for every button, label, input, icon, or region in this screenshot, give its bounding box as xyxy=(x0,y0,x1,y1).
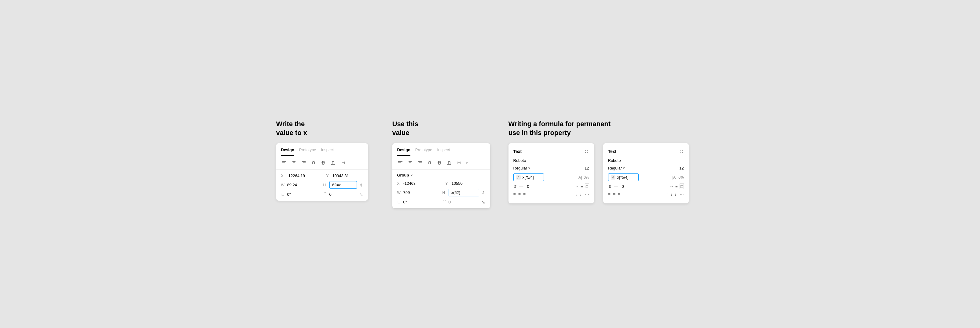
font-name-4: Roboto xyxy=(608,158,684,163)
align-left-icon[interactable] xyxy=(281,160,287,166)
letter-spacing-icon-4: |A| xyxy=(672,175,676,179)
chevron-icon-2[interactable]: ∨ xyxy=(466,161,468,165)
align-center-icon[interactable] xyxy=(291,160,297,166)
w-label-1: W xyxy=(281,183,285,187)
align-right-icon-2[interactable] xyxy=(417,160,423,166)
font-name-3: Roboto xyxy=(513,158,589,163)
text-field-row-4: Ā x[*5/4] |A| 0% xyxy=(608,173,684,181)
tab-bar-1: Design Prototype Inspect xyxy=(276,143,368,156)
align-top-icon-2[interactable] xyxy=(426,160,433,166)
text-align-right-icon-3[interactable]: ≡ xyxy=(523,192,526,196)
text-panels-container: Text :: Roboto Regular ∨ 12 Ā x[*5/4] |… xyxy=(509,143,704,203)
distribute-icon[interactable] xyxy=(340,160,346,166)
angle-value-1: 0° xyxy=(287,192,315,196)
align-middle-icon-2[interactable] xyxy=(436,160,442,166)
letter-spacing-value-3: 0% xyxy=(584,175,589,179)
group-chevron[interactable]: ∨ xyxy=(410,173,412,177)
valign-bottom-icon-4[interactable]: ↓ xyxy=(675,192,676,196)
text-field-row-3: Ā x[*5/4] |A| 0% xyxy=(513,173,589,181)
align-justify-icon-4: ≡ xyxy=(675,184,678,189)
w-value-2: 799 xyxy=(403,190,437,195)
xy-row-2: X -12468 Y 10550 xyxy=(397,181,485,186)
y-label-1: Y xyxy=(326,174,330,178)
text-field-right-4: |A| 0% xyxy=(672,175,684,179)
align-row-3: ≡ ≡ ≡ ↑ ↕ ↓ ⋯ xyxy=(513,192,589,196)
text-panel-3: Text :: Roboto Regular ∨ 12 Ā x[*5/4] |… xyxy=(509,143,594,203)
angle-value-2: 0° xyxy=(403,200,434,204)
text-input-box-4[interactable]: Ā x[*5/4] xyxy=(608,173,639,181)
x-value-1: -12264.19 xyxy=(287,173,318,178)
y-value-2: 10550 xyxy=(452,181,485,186)
y-value-1: 10943.31 xyxy=(332,173,363,178)
h-label-1: H xyxy=(323,183,327,187)
font-style-4[interactable]: Regular ∨ xyxy=(608,166,625,170)
align-left-icon-2[interactable] xyxy=(397,160,403,166)
section-formula: Writing a formula for permanentuse in th… xyxy=(509,120,704,203)
valign-middle-icon-3[interactable]: ↕ xyxy=(576,192,578,196)
x-label-2: X xyxy=(397,181,401,186)
align-bottom-icon-2[interactable] xyxy=(446,160,452,166)
more-btn-4[interactable]: ⋯ xyxy=(679,192,684,196)
corner-value-2: 0 xyxy=(449,200,479,204)
wh-row-1: W 89.24 H ⇕ xyxy=(281,181,363,189)
valign-row-3: ↑ ↕ ↓ ⋯ xyxy=(572,192,589,196)
angle-row-2: ∟ 0° ⌒ 0 ⤡ xyxy=(397,200,485,204)
text-align-left-icon-4[interactable]: ≡ xyxy=(608,192,611,196)
valign-top-icon-3[interactable]: ↑ xyxy=(572,192,574,196)
frame-icon-3: □ xyxy=(585,184,589,189)
distribute-icon-2[interactable] xyxy=(456,160,462,166)
svg-rect-28 xyxy=(429,162,431,164)
tab-prototype-1[interactable]: Prototype xyxy=(299,147,316,156)
spacing-row-3: ⇕̄ — 0 ↔ ≡ □ xyxy=(513,184,589,189)
text-panel-4-header: Text :: xyxy=(608,148,684,155)
tab-design-1[interactable]: Design xyxy=(281,147,294,156)
valign-top-icon-4[interactable]: ↑ xyxy=(667,192,669,196)
frame-icon-4: □ xyxy=(679,184,684,189)
align-middle-icon[interactable] xyxy=(320,160,326,166)
more-btn-3[interactable]: ⋯ xyxy=(585,192,589,196)
text-input-label-3: Ā xyxy=(516,175,521,179)
text-field-right-3: |A| 0% xyxy=(578,175,589,179)
w-value-1: 89.24 xyxy=(287,183,318,187)
tab-design-2[interactable]: Design xyxy=(397,147,410,156)
spacing-value-4: 0 xyxy=(622,184,624,189)
h-input-2[interactable] xyxy=(449,189,479,196)
font-style-3[interactable]: Regular ∨ xyxy=(513,166,530,170)
text-input-box-3[interactable]: Ā x[*5/4] xyxy=(513,173,544,181)
more-options-3[interactable]: :: xyxy=(585,148,589,155)
wh-row-2: W 799 H ⇕ xyxy=(397,189,485,196)
y-label-2: Y xyxy=(445,181,449,186)
valign-middle-icon-4[interactable]: ↕ xyxy=(671,192,673,196)
text-align-right-icon-4[interactable]: ≡ xyxy=(618,192,620,196)
svg-rect-10 xyxy=(313,162,315,164)
text-align-left-icon-3[interactable]: ≡ xyxy=(513,192,516,196)
line-spacing-label-3: — xyxy=(520,184,523,189)
align-right-icon[interactable] xyxy=(301,160,307,166)
w-label-2: W xyxy=(397,190,401,195)
align-icons-1 xyxy=(276,156,368,170)
text-controls-4: ↔ ≡ □ xyxy=(670,184,684,189)
letter-spacing-icon-3: |A| xyxy=(578,175,582,179)
align-center-icon-2[interactable] xyxy=(407,160,413,166)
tab-bar-2: Design Prototype Inspect xyxy=(392,143,490,156)
svg-rect-14 xyxy=(332,162,334,164)
text-align-center-icon-4[interactable]: ≡ xyxy=(613,192,616,196)
x-value-2: -12468 xyxy=(403,181,437,186)
corner-label-2: ⌒ xyxy=(442,200,446,204)
tab-inspect-1[interactable]: Inspect xyxy=(321,147,334,156)
text-align-center-icon-3[interactable]: ≡ xyxy=(518,192,521,196)
align-top-icon[interactable] xyxy=(310,160,317,166)
tab-inspect-2[interactable]: Inspect xyxy=(437,147,450,156)
tab-prototype-2[interactable]: Prototype xyxy=(415,147,433,156)
valign-bottom-icon-3[interactable]: ↓ xyxy=(580,192,582,196)
section2-title: Use thisvalue xyxy=(392,120,460,137)
text-panel-4-title: Text xyxy=(608,149,617,154)
font-size-3: 12 xyxy=(585,166,589,170)
align-bottom-icon[interactable] xyxy=(330,160,336,166)
text-input-value-4: x[*5/4] xyxy=(617,175,628,179)
h-input-1[interactable] xyxy=(329,181,357,189)
section3-title: Writing a formula for permanentuse in th… xyxy=(509,120,631,137)
text-input-value-3: x[*5/4] xyxy=(523,175,534,179)
more-options-4[interactable]: :: xyxy=(679,148,684,155)
letter-spacing-value-4: 0% xyxy=(678,175,684,179)
